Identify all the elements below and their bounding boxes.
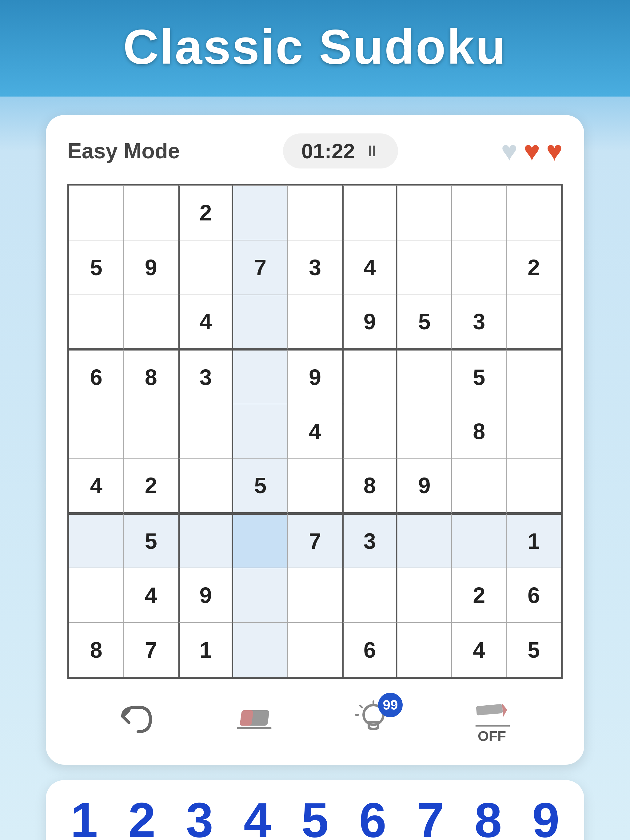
cell-r5-c3[interactable] [179, 404, 233, 459]
cell-r3-c4[interactable] [233, 295, 288, 350]
cell-r4-c2[interactable]: 8 [123, 349, 179, 404]
numpad-button-8[interactable]: 88 [474, 796, 502, 840]
cell-r2-c2[interactable]: 9 [123, 240, 179, 295]
cell-r6-c2[interactable]: 2 [123, 459, 179, 513]
cell-r7-c3[interactable] [179, 513, 233, 568]
cell-r1-c9[interactable] [507, 185, 561, 240]
cell-r5-c2[interactable] [123, 404, 179, 459]
life-3-icon: ♥ [546, 135, 563, 167]
timer-pill[interactable]: 01:22 ⏸ [283, 133, 398, 169]
undo-button[interactable] [120, 703, 154, 736]
cell-r7-c6[interactable]: 3 [342, 513, 397, 568]
cell-r6-c4[interactable]: 5 [233, 459, 288, 513]
cell-r6-c7[interactable]: 9 [397, 459, 452, 513]
cell-r6-c8[interactable] [451, 459, 507, 513]
numpad-button-4[interactable]: 44 [244, 796, 271, 840]
cell-r2-c4[interactable]: 7 [233, 240, 288, 295]
cell-r1-c7[interactable] [397, 185, 452, 240]
cell-r6-c5[interactable] [288, 459, 342, 513]
cell-r8-c4[interactable] [233, 568, 288, 623]
cell-r5-c1[interactable] [69, 404, 123, 459]
cell-r6-c6[interactable]: 8 [342, 459, 397, 513]
cell-r9-c4[interactable] [233, 623, 288, 677]
numpad-button-2[interactable]: 22 [128, 796, 156, 840]
numpad-button-3[interactable]: 33 [186, 796, 213, 840]
cell-r4-c8[interactable]: 5 [451, 349, 507, 404]
cell-r7-c4[interactable] [233, 513, 288, 568]
cell-r9-c7[interactable] [397, 623, 452, 677]
cell-r8-c6[interactable] [342, 568, 397, 623]
cell-r7-c5[interactable]: 7 [288, 513, 342, 568]
cell-r1-c8[interactable] [451, 185, 507, 240]
cell-r1-c2[interactable] [123, 185, 179, 240]
cell-r4-c7[interactable] [397, 349, 452, 404]
eraser-button[interactable] [233, 703, 274, 736]
cell-r3-c3[interactable]: 4 [179, 295, 233, 350]
cell-r6-c1[interactable]: 4 [69, 459, 123, 513]
cell-r2-c1[interactable]: 5 [69, 240, 123, 295]
cell-r3-c5[interactable] [288, 295, 342, 350]
cell-r2-c7[interactable] [397, 240, 452, 295]
numpad-button-5[interactable]: 55 [301, 796, 329, 840]
cell-r8-c9[interactable]: 6 [507, 568, 561, 623]
pause-icon[interactable]: ⏸ [364, 142, 380, 160]
cell-r2-c3[interactable] [179, 240, 233, 295]
cell-r1-c5[interactable] [288, 185, 342, 240]
cell-r4-c5[interactable]: 9 [288, 349, 342, 404]
cell-r5-c7[interactable] [397, 404, 452, 459]
cell-r2-c5[interactable]: 3 [288, 240, 342, 295]
cell-r5-c8[interactable]: 8 [451, 404, 507, 459]
cell-r8-c7[interactable] [397, 568, 452, 623]
cell-r8-c3[interactable]: 9 [179, 568, 233, 623]
cell-r9-c2[interactable]: 7 [123, 623, 179, 677]
cell-r7-c1[interactable] [69, 513, 123, 568]
cell-r3-c6[interactable]: 9 [342, 295, 397, 350]
cell-r9-c8[interactable]: 4 [451, 623, 507, 677]
cell-r2-c9[interactable]: 2 [507, 240, 561, 295]
cell-r6-c3[interactable] [179, 459, 233, 513]
cell-r8-c1[interactable] [69, 568, 123, 623]
numpad-digit-5: 5 [301, 796, 329, 840]
notes-button[interactable]: OFF [473, 696, 510, 743]
cell-r7-c8[interactable] [451, 513, 507, 568]
cell-r5-c9[interactable] [507, 404, 561, 459]
cell-r3-c8[interactable]: 3 [451, 295, 507, 350]
cell-r8-c2[interactable]: 4 [123, 568, 179, 623]
cell-r3-c2[interactable] [123, 295, 179, 350]
numpad-button-1[interactable]: 11 [70, 796, 98, 840]
cell-r9-c3[interactable]: 1 [179, 623, 233, 677]
cell-r4-c1[interactable]: 6 [69, 349, 123, 404]
cell-r4-c3[interactable]: 3 [179, 349, 233, 404]
cell-r5-c6[interactable] [342, 404, 397, 459]
cell-r5-c4[interactable] [233, 404, 288, 459]
numpad-digit-4: 4 [244, 796, 271, 840]
cell-r2-c6[interactable]: 4 [342, 240, 397, 295]
cell-r2-c8[interactable] [451, 240, 507, 295]
cell-r8-c5[interactable] [288, 568, 342, 623]
cell-r9-c9[interactable]: 5 [507, 623, 561, 677]
cell-r4-c9[interactable] [507, 349, 561, 404]
cell-r6-c9[interactable] [507, 459, 561, 513]
cell-r5-c5[interactable]: 4 [288, 404, 342, 459]
cell-r3-c9[interactable] [507, 295, 561, 350]
cell-r9-c1[interactable]: 8 [69, 623, 123, 677]
cell-r1-c4[interactable] [233, 185, 288, 240]
cell-r9-c5[interactable] [288, 623, 342, 677]
cell-r7-c7[interactable] [397, 513, 452, 568]
cell-r3-c1[interactable] [69, 295, 123, 350]
cell-r4-c6[interactable] [342, 349, 397, 404]
notes-icon [473, 696, 510, 726]
numpad-button-7[interactable]: 77 [417, 796, 444, 840]
numpad-button-6[interactable]: 66 [359, 796, 386, 840]
numpad-button-9[interactable]: 99 [532, 796, 560, 840]
cell-r3-c7[interactable]: 5 [397, 295, 452, 350]
cell-r4-c4[interactable] [233, 349, 288, 404]
cell-r7-c2[interactable]: 5 [123, 513, 179, 568]
cell-r1-c6[interactable] [342, 185, 397, 240]
cell-r8-c8[interactable]: 2 [451, 568, 507, 623]
cell-r9-c6[interactable]: 6 [342, 623, 397, 677]
cell-r1-c1[interactable] [69, 185, 123, 240]
cell-r1-c3[interactable]: 2 [179, 185, 233, 240]
hint-button[interactable]: 99 [353, 699, 393, 740]
cell-r7-c9[interactable]: 1 [507, 513, 561, 568]
